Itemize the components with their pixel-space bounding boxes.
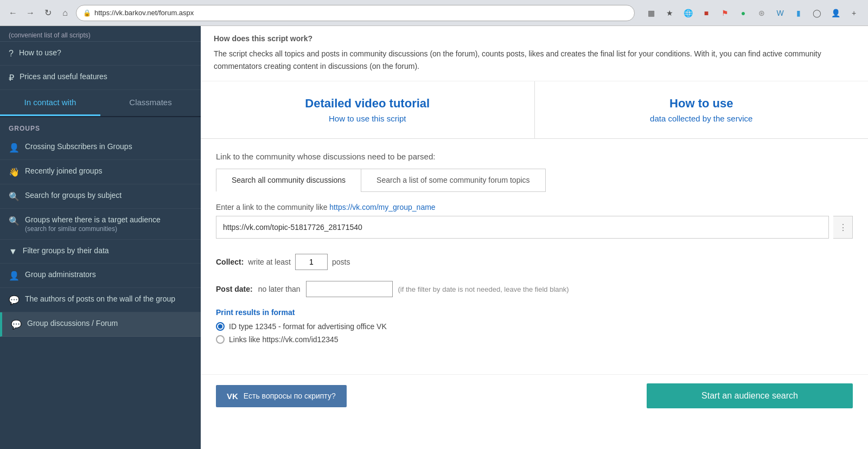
ext-icon-6[interactable]: W — [773, 5, 788, 21]
url-input-icon[interactable]: ⋮ — [833, 216, 853, 239]
app-layout: (convenient list of all scripts) ? How t… — [0, 26, 868, 449]
sidebar-top-label: (convenient list of all scripts) — [0, 26, 201, 42]
sidebar: (convenient list of all scripts) ? How t… — [0, 26, 201, 449]
ext-icon-8[interactable]: ◯ — [809, 5, 825, 21]
collect-input[interactable] — [295, 254, 328, 270]
home-button[interactable]: ⌂ — [59, 7, 72, 20]
star-icon[interactable]: ★ — [662, 5, 677, 21]
how-to-use-label: How to use? — [19, 48, 61, 57]
sidebar-item-wall-authors[interactable]: 💬 The authors of posts on the wall of th… — [0, 288, 201, 312]
url-text: https://vk.barkov.net/forum.aspx — [94, 9, 194, 17]
sidebar-item-target-audience[interactable]: 🔍 Groups where there is a target audienc… — [0, 209, 201, 240]
search-subject-label: Search for groups by subject — [25, 191, 122, 200]
date-hint: (if the filter by date is not needed, le… — [398, 285, 569, 293]
ext-icon-7[interactable]: ▮ — [791, 5, 806, 21]
radio-id-checked[interactable] — [216, 322, 225, 331]
admin-label: Group administrators — [25, 270, 96, 279]
collect-row: Collect: write at least posts — [216, 254, 853, 270]
search-tabs: Search all community discussions Search … — [216, 169, 853, 192]
browser-chrome: ← → ↻ ⌂ 🔒 https://vk.barkov.net/forum.as… — [0, 0, 868, 26]
recently-joined-label: Recently joined groups — [25, 166, 102, 175]
tutorial-cards: Detailed video tutorial How to use this … — [201, 81, 868, 139]
start-btn-label: Start an audience search — [701, 391, 798, 400]
sidebar-item-filter-groups[interactable]: ▼ Filter groups by their data — [0, 240, 201, 264]
recently-joined-icon: 👋 — [9, 167, 20, 177]
vk-question-button[interactable]: VK Есть вопросы по скрипту? — [216, 385, 347, 407]
sidebar-tabs: In contact with Classmates — [0, 90, 201, 117]
back-button[interactable]: ← — [7, 7, 20, 20]
sidebar-item-recently-joined[interactable]: 👋 Recently joined groups — [0, 160, 201, 184]
url-input[interactable] — [216, 216, 829, 239]
target-audience-icon: 🔍 — [9, 216, 20, 226]
crossing-icon: 👤 — [9, 143, 20, 153]
forum-icon: 💬 — [11, 319, 22, 330]
browser-actions: ▦ ★ 🌐 ■ ⚑ ● ⊛ W ▮ ◯ 👤 + — [643, 5, 861, 21]
date-input[interactable] — [306, 281, 393, 297]
tutorial-card-1[interactable]: Detailed video tutorial How to use this … — [201, 81, 535, 138]
start-search-button[interactable]: Start an audience search — [647, 383, 853, 408]
tutorial-card-1-title: Detailed video tutorial — [214, 97, 521, 111]
vk-icon: VK — [227, 392, 238, 401]
ext-icon-4[interactable]: ● — [736, 5, 751, 21]
ext-icon-1[interactable]: 🌐 — [680, 5, 695, 21]
vk-question-label: Есть вопросы по скрипту? — [244, 392, 336, 400]
action-row: VK Есть вопросы по скрипту? Start an aud… — [201, 374, 868, 417]
prices-label: Prices and useful features — [20, 72, 107, 81]
forum-label: Group discussions / Forum — [27, 319, 118, 328]
radio-id-type[interactable]: ID type 12345 - format for advertising o… — [216, 322, 853, 331]
radio-links[interactable]: Links like https://vk.com/id12345 — [216, 335, 853, 344]
ext-icon-9[interactable]: 👤 — [828, 5, 843, 21]
qr-icon[interactable]: ▦ — [643, 5, 659, 21]
sidebar-how-to-use[interactable]: ? How to use? — [0, 42, 201, 66]
sidebar-prices[interactable]: ₽ Prices and useful features — [0, 66, 201, 90]
lock-icon: 🔒 — [83, 9, 91, 17]
link-hint: Enter a link to the community like https… — [216, 203, 853, 211]
sidebar-item-crossing[interactable]: 👤 Crossing Subscribers in Groups — [0, 136, 201, 160]
tab-classmates[interactable]: Classmates — [100, 90, 201, 116]
ext-icon-10[interactable]: + — [846, 5, 861, 21]
filter-label: Filter groups by their data — [23, 246, 109, 255]
search-subject-icon: 🔍 — [9, 191, 20, 202]
link-section-label: Link to the community whose discussions … — [216, 152, 853, 161]
crossing-label: Crossing Subscribers in Groups — [25, 142, 132, 151]
intro-section: How does this script work? The script ch… — [201, 26, 868, 81]
tutorial-card-2-sub: data collected by the service — [548, 114, 856, 123]
address-bar[interactable]: 🔒 https://vk.barkov.net/forum.aspx — [76, 5, 635, 21]
sidebar-item-search-by-subject[interactable]: 🔍 Search for groups by subject — [0, 184, 201, 209]
tab-in-contact[interactable]: In contact with — [0, 90, 100, 116]
sidebar-item-group-admin[interactable]: 👤 Group administrators — [0, 264, 201, 288]
ext-icon-3[interactable]: ⚑ — [717, 5, 732, 21]
filter-icon: ▼ — [9, 247, 17, 256]
reload-button[interactable]: ↻ — [41, 7, 54, 20]
tutorial-card-2-title: How to use — [548, 97, 856, 111]
forward-button[interactable]: → — [24, 7, 37, 20]
format-section: Print results in format ID type 12345 - … — [216, 308, 853, 344]
search-tab-all[interactable]: Search all community discussions — [216, 169, 361, 192]
admin-icon: 👤 — [9, 271, 20, 281]
groups-section-label: GROUPS — [0, 117, 201, 136]
sidebar-item-forum[interactable]: 💬 Group discussions / Forum — [0, 312, 201, 337]
price-icon: ₽ — [9, 73, 14, 83]
main-content: How does this script work? The script ch… — [201, 26, 868, 449]
ext-icon-5[interactable]: ⊛ — [754, 5, 769, 21]
question-icon: ? — [9, 49, 14, 59]
target-audience-label: Groups where there is a target audience(… — [25, 215, 161, 233]
link-example[interactable]: https://vk.com/my_group_name — [329, 203, 435, 211]
tutorial-card-1-sub: How to use this script — [214, 114, 521, 123]
radio-links-unchecked[interactable] — [216, 335, 225, 344]
intro-body: The script checks all topics and posts i… — [214, 48, 855, 72]
search-tab-list[interactable]: Search a list of some community forum to… — [361, 169, 545, 192]
tutorial-card-2[interactable]: How to use data collected by the service — [535, 81, 869, 138]
ext-icon-2[interactable]: ■ — [699, 5, 714, 21]
intro-title: How does this script work? — [214, 33, 855, 44]
url-input-row: ⋮ — [216, 216, 853, 239]
wall-icon: 💬 — [9, 295, 20, 305]
content-area: Link to the community whose discussions … — [201, 139, 868, 370]
wall-label: The authors of posts on the wall of the … — [25, 294, 175, 303]
format-title: Print results in format — [216, 308, 853, 317]
date-row: Post date: no later than (if the filter … — [216, 281, 853, 297]
